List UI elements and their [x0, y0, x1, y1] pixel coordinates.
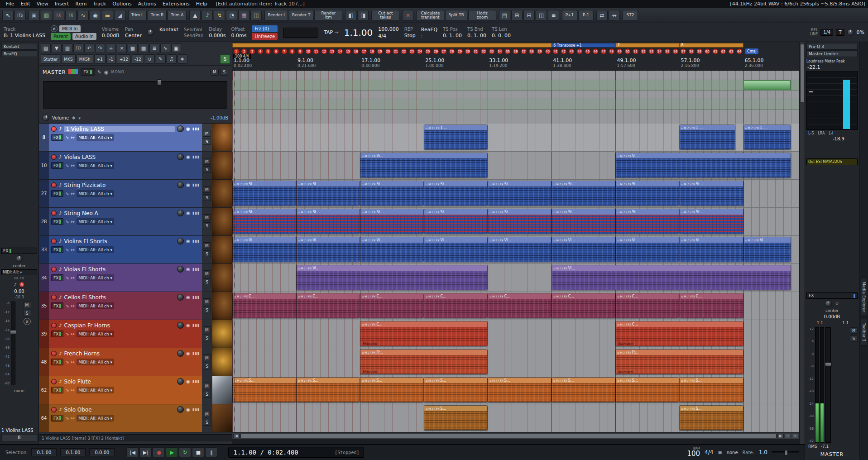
fx-button[interactable]: FX — [51, 190, 63, 197]
mute-icon[interactable]: M — [428, 126, 431, 129]
timeline-marker[interactable]: 25 — [425, 48, 431, 54]
routing-icon[interactable]: ↦ — [71, 416, 75, 421]
lock-icon[interactable]: ▫ — [553, 379, 555, 382]
fx-icon[interactable]: FX — [245, 211, 248, 214]
pause-button[interactable]: ‖ — [205, 447, 217, 457]
speaker-icon[interactable]: ♪ — [432, 239, 433, 242]
marker-value[interactable]: none — [727, 450, 738, 455]
mute-icon[interactable]: M — [556, 295, 558, 298]
mute-icon[interactable]: M — [428, 211, 431, 214]
horizontal-scrollbar[interactable]: ◀ ▶ − + — [232, 432, 799, 439]
timeline-marker[interactable]: 13 — [329, 48, 335, 54]
timeline-marker[interactable]: 8 — [289, 48, 295, 54]
speaker-icon[interactable]: ♪ — [560, 379, 561, 382]
take-lane-icon[interactable]: ◧ — [345, 10, 356, 21]
midi-input-selector[interactable]: MIDI: All: All ch ▾ — [77, 331, 114, 337]
record-arm-button[interactable] — [51, 323, 57, 328]
timeline-marker[interactable]: 23 — [409, 48, 415, 54]
item-grouping-icon[interactable]: ▩ — [139, 43, 149, 53]
speaker-icon[interactable]: ♪ — [368, 351, 369, 354]
region-bar[interactable] — [232, 43, 743, 48]
pan-knob[interactable] — [177, 406, 184, 413]
media-item[interactable]: ▫M♪iFXS... — [488, 377, 551, 402]
tcp-mksh-button[interactable]: MKSh — [77, 54, 93, 64]
track-name[interactable]: Caspian Fr Horns — [64, 322, 175, 329]
zoom-out-icon[interactable]: ⊟ — [523, 10, 535, 21]
lock-icon[interactable]: ▫ — [681, 379, 683, 382]
arrange-lane[interactable]: ▫M♪iFXVi...▫M♪iFXVi... — [232, 264, 799, 292]
fx-button[interactable]: FX — [51, 134, 63, 141]
info-icon[interactable]: i — [562, 239, 563, 242]
arrange-lane[interactable]: ▫M♪iFXC...▫M♪iFXC...▫M♪iFXC...▫M♪iFXC...… — [232, 292, 799, 320]
chevron-down-icon[interactable]: ▾ — [78, 116, 81, 120]
save-project-icon[interactable]: ▥ — [62, 43, 72, 53]
dock-tab-media-explorer[interactable]: Media Explorer — [861, 278, 867, 316]
mute-icon[interactable]: M — [428, 379, 431, 382]
lock-icon[interactable]: ▫ — [362, 154, 364, 158]
solo-button[interactable]: S — [203, 391, 211, 398]
routing-icon[interactable]: ↦ — [71, 359, 75, 364]
master-mute-button[interactable]: M — [850, 327, 858, 334]
timeline-marker[interactable]: 55 — [665, 48, 671, 54]
mute-button[interactable]: M — [203, 411, 211, 417]
media-item[interactable]: ▫M♪iFXSt... — [488, 209, 551, 234]
record-arm-button[interactable] — [51, 351, 57, 356]
stop-button[interactable]: ■ — [192, 447, 204, 457]
media-item[interactable]: ▫M♪iFXFr...Marcato — [360, 349, 488, 374]
fx-button[interactable]: FX — [51, 387, 63, 393]
arrange-lane[interactable]: ▫M♪iFX1 ...▫M♪iFX1 ...▫M♪iFX1 ... — [232, 124, 799, 152]
eq-slot-name[interactable]: ReaEQ — [421, 27, 437, 33]
speaker-icon[interactable]: ♪ — [560, 211, 561, 214]
media-item[interactable]: ▫M♪iFXC... — [296, 293, 360, 318]
timeline-marker[interactable]: 47 — [600, 48, 606, 54]
scroll-right-button[interactable]: ▶ — [777, 434, 784, 438]
info-icon[interactable]: i — [754, 239, 755, 242]
track-panel[interactable]: 33♪Violins Fl Shorts◉▮▮▮FX∿↦MIDI: All: A… — [39, 236, 232, 264]
play-position[interactable]: 1.1.00 — [344, 27, 373, 38]
fx-icon[interactable]: FX — [564, 379, 567, 382]
region-marker[interactable]: 7 — [615, 43, 619, 48]
lock-icon[interactable]: ▫ — [489, 239, 491, 242]
midi-input-selector[interactable]: MIDI: All: All ch ▾ — [77, 359, 114, 365]
mute-icon[interactable]: M — [492, 379, 494, 382]
timeline-marker[interactable]: 10 — [305, 48, 311, 54]
info-icon[interactable]: i — [626, 239, 627, 242]
envelope-icon[interactable]: ∿ — [65, 416, 69, 421]
mute-button[interactable]: M — [203, 298, 211, 305]
fx-slot-name[interactable]: Kontakt — [159, 27, 178, 33]
speaker-icon[interactable]: ♪ — [432, 211, 433, 214]
lock-icon[interactable]: ▫ — [362, 239, 364, 242]
fx-slot[interactable]: ReaEQ — [1, 50, 37, 57]
fader-thumb[interactable] — [10, 330, 16, 334]
media-item[interactable]: ▫M♪iFXS... — [296, 377, 360, 402]
routing-icon[interactable]: ↦ — [71, 163, 75, 168]
midi-in-button[interactable]: MIDI In — [59, 25, 81, 32]
track-panel[interactable]: 48♪French Horns◉▮▮▮FX∿↦MIDI: All: All ch… — [39, 348, 232, 376]
speaker-icon[interactable]: ♪ — [304, 211, 306, 214]
midi-input-selector[interactable]: MIDI: All: All ch ▾ — [77, 218, 114, 225]
timeline-marker[interactable]: 48 — [609, 48, 614, 54]
speaker-icon[interactable]: ♪ — [368, 182, 369, 186]
zoom-out-button[interactable]: − — [785, 434, 791, 438]
fx-button-row[interactable]: FX — [1, 248, 37, 254]
routing-icon[interactable]: ↦ — [71, 275, 75, 280]
volume-env-label[interactable]: Volume — [52, 115, 69, 120]
tcp-stutter-button[interactable]: Stutter — [41, 54, 60, 64]
timeline-marker[interactable]: 27 — [441, 48, 447, 54]
track-name[interactable]: Violas Fl Shorts — [64, 266, 175, 273]
media-item[interactable]: ▫M♪iFXSt... — [551, 181, 615, 206]
midi-input-selector[interactable]: MIDI: All: All ch ▾ — [77, 415, 114, 422]
mute-icon[interactable]: M — [428, 182, 431, 186]
lock-icon[interactable]: ▫ — [617, 211, 619, 214]
fx-icon[interactable]: FX — [691, 379, 695, 382]
undo-icon[interactable]: ↶ — [84, 43, 94, 53]
timeline-marker[interactable]: 19 — [377, 48, 383, 54]
timeline-marker[interactable]: 60 — [705, 48, 710, 54]
lock-icon[interactable]: ▫ — [617, 154, 619, 158]
track-name[interactable]: Solo Oboe — [64, 407, 175, 413]
mute-icon[interactable]: M — [556, 379, 558, 382]
volume-value[interactable]: 0.00dB — [102, 33, 120, 38]
mute-icon[interactable]: M — [684, 407, 686, 410]
fx-icon[interactable]: FX — [628, 295, 631, 298]
timeline-marker[interactable]: 17 — [361, 48, 367, 54]
